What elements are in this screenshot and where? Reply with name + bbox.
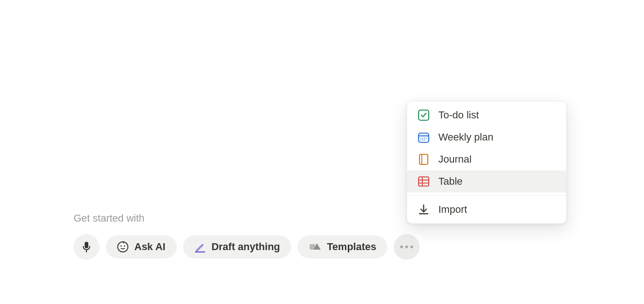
menu-item-import[interactable]: Import — [407, 199, 566, 221]
table-icon — [417, 175, 430, 188]
svg-rect-0 — [85, 242, 88, 248]
svg-point-3 — [121, 245, 122, 246]
import-icon — [417, 203, 430, 216]
menu-divider — [407, 195, 566, 196]
menu-item-label: Journal — [438, 153, 472, 165]
shapes-icon — [309, 241, 322, 252]
svg-point-11 — [420, 138, 421, 139]
ai-face-icon — [117, 241, 129, 253]
svg-point-17 — [424, 140, 425, 140]
templates-label: Templates — [327, 241, 376, 253]
svg-rect-20 — [419, 177, 429, 186]
starter-row: Ask AI Draft anything Templates — [74, 234, 420, 260]
svg-point-13 — [424, 138, 425, 139]
calendar-icon — [417, 131, 430, 144]
menu-item-journal[interactable]: Journal — [407, 148, 566, 170]
svg-point-12 — [422, 138, 423, 139]
ellipsis-icon — [400, 246, 413, 248]
svg-point-4 — [124, 245, 125, 246]
menu-item-label: To-do list — [438, 109, 479, 121]
dictate-button[interactable] — [74, 234, 99, 260]
menu-item-weekly-plan[interactable]: Weekly plan — [407, 126, 566, 148]
microphone-icon — [81, 241, 92, 252]
menu-item-todo[interactable]: To-do list — [407, 104, 566, 126]
menu-item-label: Weekly plan — [438, 131, 493, 143]
svg-point-14 — [426, 138, 427, 139]
draft-anything-label: Draft anything — [212, 241, 280, 253]
get-started-label: Get started with — [74, 212, 144, 224]
draft-anything-button[interactable]: Draft anything — [183, 235, 291, 258]
templates-button[interactable]: Templates — [298, 235, 387, 258]
ask-ai-button[interactable]: Ask AI — [106, 235, 177, 258]
svg-rect-9 — [419, 133, 429, 142]
more-options-button[interactable] — [394, 234, 420, 260]
menu-item-label: Table — [438, 175, 463, 187]
svg-point-15 — [420, 140, 421, 140]
ask-ai-label: Ask AI — [134, 241, 166, 253]
menu-item-label: Import — [438, 204, 467, 216]
svg-rect-18 — [420, 154, 428, 164]
todo-checkbox-icon — [417, 109, 430, 122]
pencil-icon — [194, 241, 206, 253]
journal-icon — [417, 153, 430, 166]
menu-item-table[interactable]: Table — [407, 170, 566, 193]
svg-point-16 — [422, 140, 423, 140]
svg-point-2 — [118, 242, 128, 252]
more-options-menu: To-do list Weekly plan Journal — [407, 101, 567, 224]
